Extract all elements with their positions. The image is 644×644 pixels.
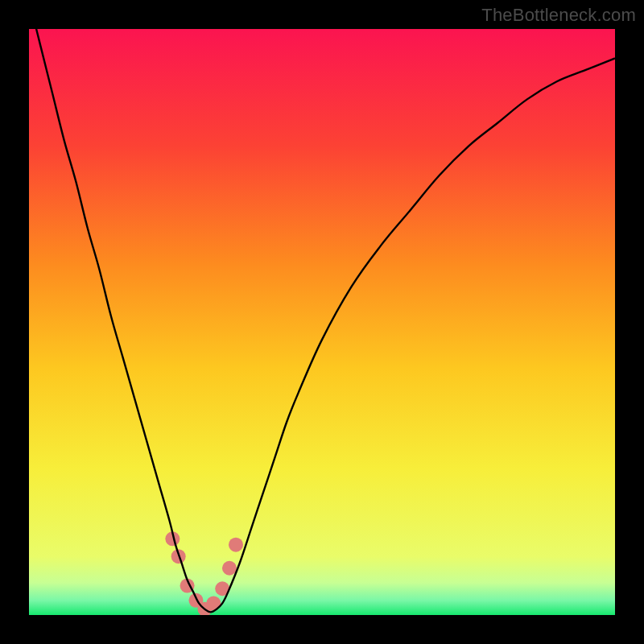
chart-frame: TheBottleneck.com <box>0 0 644 644</box>
plot-area <box>29 29 615 615</box>
marker-dot <box>222 561 237 576</box>
chart-canvas <box>29 29 615 615</box>
gradient-background <box>29 29 615 615</box>
watermark-text: TheBottleneck.com <box>481 5 636 26</box>
marker-dot <box>229 538 243 552</box>
